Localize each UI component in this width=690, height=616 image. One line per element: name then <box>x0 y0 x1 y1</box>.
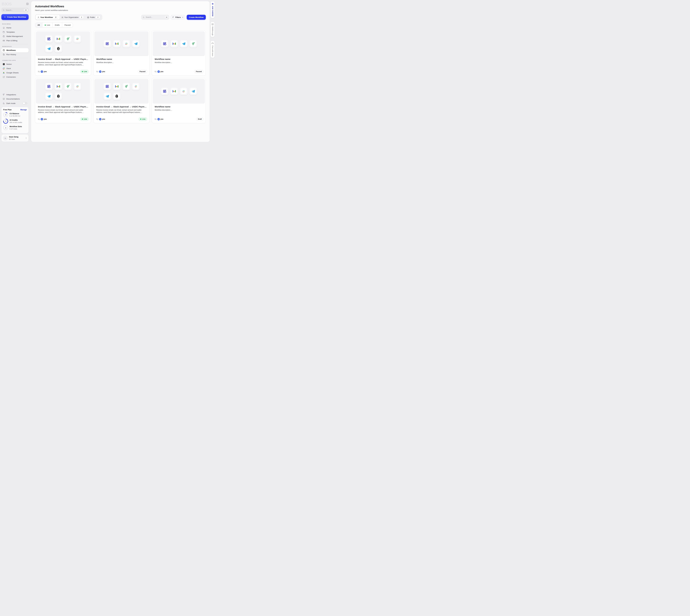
notion-icon: N <box>3 63 5 65</box>
workflow-card[interactable]: Workflow nameWorkflow description....ByB… <box>93 30 149 76</box>
card-footer: ByB3youLive <box>36 117 90 122</box>
chevron-down-icon <box>182 16 184 18</box>
filter-label: Paused <box>64 24 70 26</box>
gmail-icon <box>113 40 121 48</box>
plan-manage-link[interactable]: Manage <box>20 109 27 111</box>
gmail-icon <box>55 35 62 43</box>
plus-icon <box>4 16 6 18</box>
banknote-icon <box>3 39 5 42</box>
card-app-icons <box>95 31 148 56</box>
card-description: Workflow description.... <box>95 60 148 64</box>
sidebar-item-notion[interactable]: NNotion <box>1 62 28 66</box>
dark-mode-toggle[interactable] <box>23 102 27 105</box>
plan-meter: AI Credits390 of 500 credits <box>3 119 27 124</box>
gmail-icon <box>55 83 62 90</box>
filters-button[interactable]: Filters <box>171 15 185 20</box>
workflow-card[interactable]: Workflow nameWorkflow description....ByB… <box>152 30 206 76</box>
sidebar-item-google-sheets[interactable]: Google Sheets <box>1 71 28 75</box>
create-new-workflow-button[interactable]: Create New Workflow <box>1 14 28 20</box>
live-dot <box>140 118 141 120</box>
card-app-icons <box>153 31 205 56</box>
calendar-clock-icon <box>161 87 169 95</box>
anon-icon <box>55 45 62 53</box>
workflow-search[interactable]: ⌘/ <box>141 15 169 20</box>
workflow-card[interactable]: Workflow nameWorkflow description....ByB… <box>152 78 206 123</box>
headset-icon <box>211 42 214 44</box>
connectors-icon <box>3 76 5 78</box>
plan-name: Free Plan <box>3 109 12 111</box>
card-title: Invoice Email → Slack Approval → USDC Pa… <box>36 104 90 108</box>
filter-all[interactable]: All <box>35 23 42 27</box>
create-workflow-button[interactable]: Create Workflow <box>187 15 206 20</box>
workflow-card[interactable]: Invoice Email → Slack Approval → USDC Pa… <box>93 78 149 123</box>
filter-drafts[interactable]: Drafts <box>52 23 62 27</box>
sidebar-search-input[interactable] <box>5 9 23 11</box>
telegram-icon <box>45 45 53 53</box>
card-title: Invoice Email → Slack Approval → USDC Pa… <box>95 104 148 108</box>
sidebar-item-workflows[interactable]: Workflows <box>1 48 28 52</box>
status-badge: Live <box>80 70 89 73</box>
team-avatar <box>3 136 8 140</box>
tab-your-workflow[interactable]: Your Workflow2 <box>36 15 60 20</box>
sidebar-item-home[interactable]: Home <box>1 26 28 30</box>
tab-public[interactable]: Public2 <box>85 15 102 20</box>
rail-button-label: ASK CADDIE <box>212 6 213 17</box>
filters-label: Filters <box>175 16 181 18</box>
sparkle-icon <box>4 119 7 123</box>
card-footer: ByB3youDraft <box>153 117 205 122</box>
status-filters: AllLiveDraftsPaused <box>35 23 73 27</box>
sidebar-item-wallet-management[interactable]: Wallet Management <box>1 34 28 39</box>
card-description: Receive invoice emails via Gmail, extrac… <box>36 60 90 66</box>
sidebar-item-templates[interactable]: Templates <box>1 30 28 34</box>
sidebar-item-plan-billing[interactable]: Plan & Billing <box>1 39 28 43</box>
gmail-icon <box>170 87 178 95</box>
users-icon <box>61 16 63 18</box>
card-footer: ByB3youPaused <box>95 70 148 75</box>
rail-button-ask-caddie[interactable]: ASK CADDIE <box>211 1 215 18</box>
b3-avatar: B3 <box>158 118 160 120</box>
card-footer: ByB3youPaused <box>153 70 205 75</box>
sidebar-item-label: Workflows <box>6 49 16 51</box>
sidebar-item-dark-mode[interactable]: Dark mode <box>1 101 28 106</box>
live-dot <box>45 25 46 26</box>
rail-button-chat-with-team[interactable]: Chat with team <box>211 41 215 58</box>
history-icon <box>3 53 5 56</box>
tab-your-organization[interactable]: Your Organization2 <box>60 15 85 20</box>
sidebar-item-label: Connectors <box>6 76 16 78</box>
sidebar-item-label: Integrations <box>6 94 16 96</box>
user-menu[interactable]: Sean Geng B3 Team <box>1 134 28 142</box>
sidebar-item-slack[interactable]: Slack <box>1 66 28 71</box>
sidebar-search[interactable]: ⌘K <box>1 8 28 13</box>
card-title: Invoice Email → Slack Approval → USDC Pa… <box>36 56 90 60</box>
byline-prefix: By <box>155 71 156 72</box>
card-title: Workflow name <box>153 104 205 108</box>
workflow-card[interactable]: Invoice Email → Slack Approval → USDC Pa… <box>35 78 91 123</box>
tab-label: Your Organization <box>64 16 79 18</box>
meter-value: 390 of 500 credits <box>9 122 22 123</box>
workflow-card[interactable]: Invoice Email → Slack Approval → USDC Pa… <box>35 30 91 76</box>
right-rail: ASK CADDIEWalkthroughChat with team <box>211 0 215 143</box>
search-icon <box>3 9 4 11</box>
workflow-search-input[interactable] <box>145 16 164 18</box>
sidebar-item-integrations[interactable]: Integrations <box>1 92 28 97</box>
search-shortcut-badge: ⌘/ <box>165 16 168 19</box>
user-name: Sean Geng <box>9 136 18 138</box>
sidebar-item-connectors[interactable]: Connectors <box>1 75 28 79</box>
meter-value: 5 of 40,000 CU <box>9 115 20 117</box>
telegram-icon <box>103 92 111 100</box>
status-badge-label: Live <box>84 118 87 120</box>
card-title: Workflow name <box>95 56 148 60</box>
sidebar-item-documentations[interactable]: Documentations <box>1 97 28 101</box>
byline-user: you <box>44 71 47 72</box>
rail-button-walkthrough[interactable]: Walkthrough <box>211 22 215 37</box>
calendar-clock-icon <box>45 83 53 90</box>
ethereum-icon <box>64 83 72 90</box>
filter-live[interactable]: Live <box>42 23 53 27</box>
filter-paused[interactable]: Paused <box>62 23 73 27</box>
anon-icon <box>113 92 121 100</box>
card-footer: ByB3youLive <box>36 70 90 75</box>
sidebar-collapse-icon[interactable] <box>26 2 29 5</box>
status-badge-label: Live <box>142 118 145 120</box>
status-badge-label: Draft <box>198 118 202 120</box>
sidebar-item-run-history[interactable]: Run History <box>1 52 28 57</box>
